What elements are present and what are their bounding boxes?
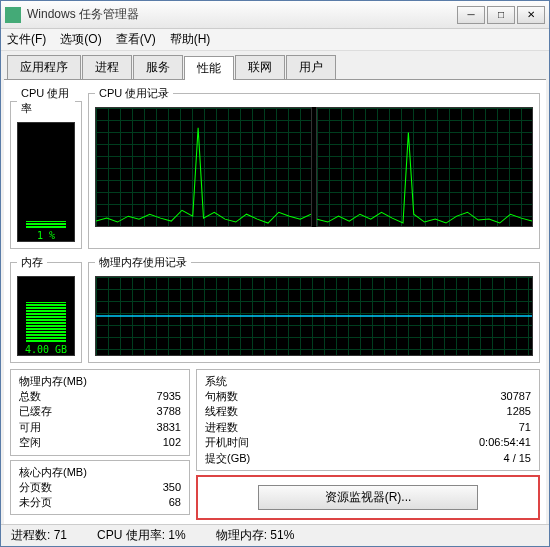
tab-users[interactable]: 用户 bbox=[286, 55, 336, 79]
close-button[interactable]: ✕ bbox=[517, 6, 545, 24]
system-box: 系统 句柄数30787 线程数1285 进程数71 开机时间0:06:54:41… bbox=[196, 369, 540, 471]
resource-monitor-box: 资源监视器(R)... bbox=[196, 475, 540, 520]
perf-content: CPU 使用率 1 % CPU 使用记录 bbox=[4, 79, 546, 524]
cpu-usage-label: CPU 使用率 bbox=[17, 86, 75, 116]
cpu-history-box: CPU 使用记录 bbox=[88, 86, 540, 249]
tab-performance[interactable]: 性能 bbox=[184, 56, 234, 80]
system-title: 系统 bbox=[205, 374, 531, 389]
status-memory: 物理内存: 51% bbox=[216, 527, 295, 544]
cpu-gauge-fill bbox=[26, 221, 66, 228]
memory-box: 内存 4.00 GB bbox=[10, 255, 82, 363]
cpu-gauge-value: 1 % bbox=[37, 228, 55, 241]
mem-history-label: 物理内存使用记录 bbox=[95, 255, 191, 270]
menu-help[interactable]: 帮助(H) bbox=[170, 31, 211, 48]
menubar: 文件(F) 选项(O) 查看(V) 帮助(H) bbox=[1, 29, 549, 51]
tab-strip: 应用程序 进程 服务 性能 联网 用户 bbox=[1, 51, 549, 79]
phys-mem-box: 物理内存(MB) 总数7935 已缓存3788 可用3831 空闲102 bbox=[10, 369, 190, 456]
tab-services[interactable]: 服务 bbox=[133, 55, 183, 79]
kernel-mem-title: 核心内存(MB) bbox=[19, 465, 181, 480]
resource-monitor-button[interactable]: 资源监视器(R)... bbox=[258, 485, 478, 510]
mem-history-box: 物理内存使用记录 bbox=[88, 255, 540, 363]
app-icon bbox=[5, 7, 21, 23]
status-processes: 进程数: 71 bbox=[11, 527, 67, 544]
tab-networking[interactable]: 联网 bbox=[235, 55, 285, 79]
tab-processes[interactable]: 进程 bbox=[82, 55, 132, 79]
menu-options[interactable]: 选项(O) bbox=[60, 31, 101, 48]
status-cpu: CPU 使用率: 1% bbox=[97, 527, 186, 544]
maximize-button[interactable]: □ bbox=[487, 6, 515, 24]
mem-gauge-fill bbox=[26, 302, 66, 342]
cpu-usage-box: CPU 使用率 1 % bbox=[10, 86, 82, 249]
task-manager-window: Windows 任务管理器 ─ □ ✕ 文件(F) 选项(O) 查看(V) 帮助… bbox=[0, 0, 550, 547]
phys-mem-title: 物理内存(MB) bbox=[19, 374, 181, 389]
cpu-graph-1 bbox=[95, 107, 312, 227]
kernel-mem-box: 核心内存(MB) 分页数350 未分页68 bbox=[10, 460, 190, 516]
mem-graph bbox=[95, 276, 533, 356]
titlebar: Windows 任务管理器 ─ □ ✕ bbox=[1, 1, 549, 29]
menu-file[interactable]: 文件(F) bbox=[7, 31, 46, 48]
menu-view[interactable]: 查看(V) bbox=[116, 31, 156, 48]
minimize-button[interactable]: ─ bbox=[457, 6, 485, 24]
memory-label: 内存 bbox=[17, 255, 47, 270]
cpu-graph-2 bbox=[316, 107, 533, 227]
statusbar: 进程数: 71 CPU 使用率: 1% 物理内存: 51% bbox=[1, 524, 549, 546]
mem-gauge-value: 4.00 GB bbox=[25, 342, 67, 355]
cpu-history-label: CPU 使用记录 bbox=[95, 86, 173, 101]
tab-applications[interactable]: 应用程序 bbox=[7, 55, 81, 79]
window-title: Windows 任务管理器 bbox=[27, 6, 457, 23]
